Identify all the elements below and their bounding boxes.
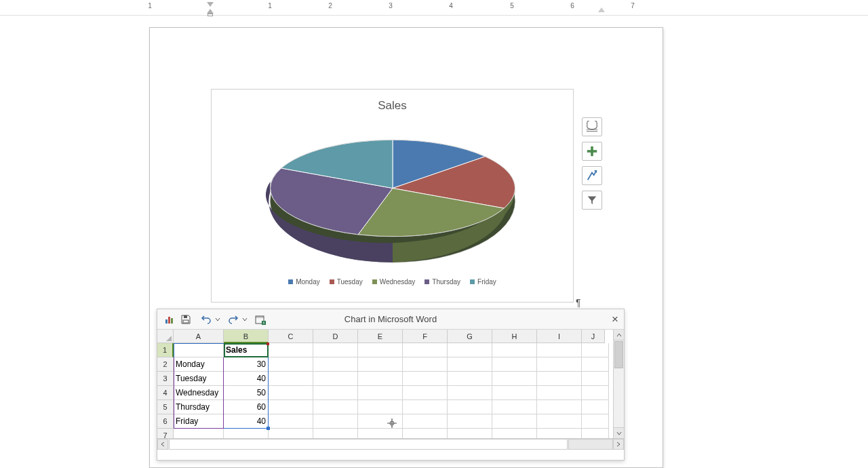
cell[interactable] <box>448 400 492 414</box>
col-header-f[interactable]: F <box>403 330 448 343</box>
col-header-d[interactable]: D <box>313 330 358 343</box>
horizontal-scrollbar[interactable] <box>157 438 624 450</box>
cell[interactable] <box>492 343 537 357</box>
cell[interactable]: Tuesday <box>174 372 224 386</box>
cell[interactable]: Monday <box>174 357 224 372</box>
layout-options-button[interactable] <box>582 117 602 136</box>
cell[interactable] <box>313 400 358 414</box>
cell[interactable] <box>358 400 403 414</box>
cell[interactable] <box>582 429 609 438</box>
edit-data-excel-button[interactable]: X <box>252 311 269 328</box>
cell[interactable] <box>582 343 609 357</box>
col-header-h[interactable]: H <box>492 330 537 343</box>
right-indent-icon[interactable] <box>598 7 605 12</box>
col-header-b[interactable]: B <box>224 330 269 343</box>
legend-item-tuesday[interactable]: Tuesday <box>330 278 363 286</box>
cell[interactable] <box>492 429 537 438</box>
cell[interactable] <box>537 429 582 438</box>
chart-legend[interactable]: Monday Tuesday Wednesday Thursday Friday <box>212 273 573 286</box>
cell[interactable]: 40 <box>224 372 269 386</box>
cell[interactable] <box>403 343 448 357</box>
cell[interactable] <box>537 357 582 372</box>
cell[interactable] <box>492 400 537 414</box>
h-scroll-track[interactable] <box>169 439 568 450</box>
cell[interactable]: Friday <box>174 414 224 429</box>
cell[interactable] <box>403 386 448 400</box>
cell[interactable] <box>403 414 448 429</box>
cell[interactable] <box>448 429 492 438</box>
cell[interactable] <box>492 386 537 400</box>
cell[interactable] <box>358 343 403 357</box>
chart-type-icon[interactable] <box>161 311 178 328</box>
pie-plot-area[interactable] <box>264 117 521 273</box>
cell[interactable] <box>269 414 313 429</box>
undo-dropdown[interactable] <box>214 317 221 322</box>
cell[interactable] <box>403 400 448 414</box>
cell[interactable] <box>269 343 313 357</box>
scroll-right-button[interactable] <box>613 439 624 450</box>
cell[interactable] <box>313 343 358 357</box>
cell[interactable] <box>403 372 448 386</box>
cell[interactable] <box>582 400 609 414</box>
left-indent-icon[interactable] <box>208 14 213 16</box>
col-header-i[interactable]: I <box>537 330 582 343</box>
legend-item-friday[interactable]: Friday <box>470 278 496 286</box>
col-header-e[interactable]: E <box>358 330 403 343</box>
cell[interactable] <box>403 357 448 372</box>
cell[interactable]: 30 <box>224 357 269 372</box>
legend-item-wednesday[interactable]: Wednesday <box>372 278 416 286</box>
col-header-g[interactable]: G <box>448 330 492 343</box>
cell[interactable] <box>313 357 358 372</box>
cell[interactable] <box>269 400 313 414</box>
spreadsheet-grid[interactable]: A B C D E F G H I J 1Sales2Monday303Tues… <box>157 330 624 438</box>
cell[interactable] <box>313 372 358 386</box>
cell[interactable] <box>269 429 313 438</box>
cell[interactable] <box>174 429 224 438</box>
first-line-indent-icon[interactable] <box>207 2 214 7</box>
cell[interactable] <box>582 357 609 372</box>
select-all-corner[interactable] <box>157 330 174 343</box>
cell[interactable] <box>582 372 609 386</box>
chart-elements-button[interactable] <box>582 142 602 161</box>
close-button[interactable]: × <box>612 313 618 326</box>
cell[interactable] <box>174 343 224 357</box>
cell[interactable]: Sales <box>224 343 269 357</box>
row-header[interactable]: 2 <box>157 357 174 372</box>
cell[interactable] <box>582 414 609 429</box>
legend-item-monday[interactable]: Monday <box>288 278 320 286</box>
row-header[interactable]: 3 <box>157 372 174 386</box>
chart-title[interactable]: Sales <box>212 90 573 117</box>
save-button[interactable] <box>178 311 194 328</box>
cell[interactable] <box>448 372 492 386</box>
cell[interactable] <box>358 386 403 400</box>
row-header[interactable]: 6 <box>157 414 174 429</box>
cell[interactable] <box>492 372 537 386</box>
legend-item-thursday[interactable]: Thursday <box>425 278 460 286</box>
cell[interactable] <box>537 400 582 414</box>
cell[interactable] <box>537 414 582 429</box>
scroll-left-button[interactable] <box>157 439 168 450</box>
cell[interactable] <box>448 386 492 400</box>
col-header-a[interactable]: A <box>174 330 224 343</box>
cell[interactable] <box>403 429 448 438</box>
series-range-handle[interactable] <box>267 343 269 345</box>
cell[interactable] <box>358 372 403 386</box>
chart-filters-button[interactable] <box>582 191 602 210</box>
undo-button[interactable] <box>198 311 214 328</box>
scroll-up-button[interactable] <box>614 330 624 340</box>
cell[interactable]: Thursday <box>174 400 224 414</box>
vertical-scrollbar[interactable] <box>613 330 624 438</box>
scroll-thumb[interactable] <box>614 341 623 368</box>
cell[interactable] <box>313 386 358 400</box>
cell[interactable] <box>448 343 492 357</box>
cell[interactable]: 40 <box>224 414 269 429</box>
cell[interactable] <box>358 357 403 372</box>
cell[interactable] <box>492 357 537 372</box>
row-header[interactable]: 1 <box>157 343 174 357</box>
chart-styles-button[interactable] <box>582 166 602 185</box>
cell[interactable] <box>448 414 492 429</box>
cell[interactable]: 60 <box>224 400 269 414</box>
cell[interactable]: Wednesday <box>174 386 224 400</box>
cell[interactable] <box>269 386 313 400</box>
row-header[interactable]: 4 <box>157 386 174 400</box>
